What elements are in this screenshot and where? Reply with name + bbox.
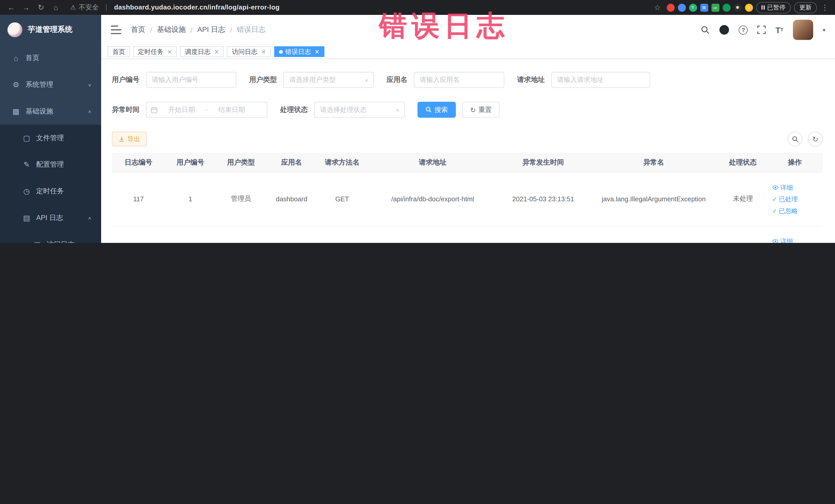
status-cell: 未处理: [719, 226, 767, 243]
extension-icon-blue[interactable]: [678, 3, 686, 11]
extension-icon-green[interactable]: Y: [689, 3, 697, 11]
url-text[interactable]: dashboard.yudao.iocoder.cn/infra/log/api…: [114, 4, 280, 11]
search-icon: [792, 136, 798, 142]
check-icon: ✓: [772, 193, 777, 205]
col-user-id: 用户编号: [165, 153, 216, 172]
infrastructure-submenu: ▢ 文件管理 ✎ 配置管理 ◷ 定时任务 ▤ API 日志 ∧: [0, 124, 101, 243]
status-cell: 未处理: [719, 172, 767, 226]
start-date-input[interactable]: [161, 105, 203, 114]
divider: [106, 4, 106, 11]
security-label: 不安全: [79, 3, 99, 12]
calendar-icon: [151, 106, 158, 113]
processed-link[interactable]: ✓已处理: [769, 193, 821, 205]
pause-icon: [761, 5, 765, 10]
help-icon[interactable]: ?: [739, 25, 748, 35]
hide-search-button[interactable]: [788, 132, 802, 146]
update-button[interactable]: 更新: [794, 2, 817, 13]
sidebar-item-access-logs[interactable]: ▤ 访问日志: [0, 231, 101, 243]
sidebar-item-infrastructure[interactable]: ▦ 基础设施 ∧: [0, 98, 101, 125]
refresh-table-button[interactable]: ↻: [808, 132, 823, 146]
reload-icon[interactable]: ↻: [35, 2, 47, 13]
sidebar-item-system[interactable]: ⚙ 系统管理 ∨: [0, 72, 101, 98]
browser-menu-icon[interactable]: ⋮: [820, 3, 830, 12]
error-log-table: 日志编号 用户编号 用户类型 应用名 请求方法名 请求地址 异常发生时间 异常名…: [112, 153, 823, 243]
detail-link[interactable]: 详细: [769, 235, 821, 243]
user-type-select[interactable]: 请选择用户类型 ∨: [283, 72, 374, 88]
sidebar-item-api-logs[interactable]: ▤ API 日志 ∧: [0, 205, 101, 231]
table-row: 116 1 管理员 dashboard GET /api/infra/db-do…: [112, 226, 823, 243]
search-icon: [426, 106, 432, 113]
sidebar-item-scheduled-tasks[interactable]: ◷ 定时任务: [0, 178, 101, 205]
extension-icon-red[interactable]: [666, 3, 674, 11]
logo[interactable]: 芋道管理系统: [0, 15, 101, 45]
process-status-label: 处理状态: [280, 105, 308, 115]
filter-row-1: 用户编号 用户类型 请选择用户类型 ∨ 应用名: [112, 72, 823, 88]
tab-access-logs[interactable]: 访问日志 ✕: [227, 46, 271, 57]
breadcrumb-error-logs: 错误日志: [237, 25, 266, 35]
ignored-link[interactable]: ✓已忽略: [769, 205, 821, 217]
close-icon[interactable]: ✕: [314, 48, 319, 55]
back-icon[interactable]: ←: [5, 2, 17, 13]
gear-icon: ⚙: [12, 80, 20, 89]
user-id-input[interactable]: [146, 72, 237, 88]
request-url-input[interactable]: [551, 72, 650, 88]
main-area: 首页 / 基础设施 / API 日志 / 错误日志 ?: [101, 15, 835, 243]
browser-window: ← → ↻ ⌂ ⚠ 不安全 dashboard.yudao.iocoder.cn…: [0, 0, 835, 243]
forward-icon[interactable]: →: [20, 2, 32, 13]
folder-icon: ▢: [22, 134, 31, 142]
search-button[interactable]: 搜索: [418, 102, 456, 118]
table-header-row: 日志编号 用户编号 用户类型 应用名 请求方法名 请求地址 异常发生时间 异常名…: [112, 153, 823, 172]
eye-icon: [772, 184, 778, 190]
detail-link[interactable]: 详细: [769, 181, 821, 193]
refresh-icon: ↻: [470, 106, 476, 114]
extension-icon-leaf[interactable]: [722, 3, 730, 11]
tab-home[interactable]: 首页: [107, 46, 130, 57]
logo-image: [7, 22, 22, 37]
profile-avatar-icon[interactable]: ☺: [745, 3, 753, 11]
collapse-menu-icon[interactable]: [111, 26, 121, 34]
github-icon[interactable]: [719, 25, 729, 35]
col-app-name: 应用名: [266, 153, 317, 172]
exception-time-range-picker[interactable]: -: [146, 102, 267, 118]
clock-icon: ◷: [22, 187, 31, 195]
tab-error-logs[interactable]: 错误日志 ✕: [274, 46, 324, 57]
app-name-input[interactable]: [414, 72, 504, 88]
table-row: 117 1 管理员 dashboard GET /api/infra/db-do…: [112, 172, 823, 226]
end-date-input[interactable]: [211, 105, 252, 114]
breadcrumb-infrastructure[interactable]: 基础设施: [157, 25, 186, 35]
chevron-up-icon: ∧: [88, 109, 91, 114]
paused-badge[interactable]: 已暂停: [756, 2, 791, 13]
tab-dispatch-logs[interactable]: 调度日志 ✕: [180, 46, 224, 57]
fullscreen-icon[interactable]: [757, 26, 766, 34]
user-avatar[interactable]: [793, 20, 813, 40]
breadcrumb-api-logs[interactable]: API 日志: [197, 25, 225, 35]
font-size-icon[interactable]: TT: [775, 25, 783, 35]
extension-icon-grid[interactable]: ⊞: [700, 3, 708, 11]
download-icon: [119, 136, 125, 142]
export-button[interactable]: 导出: [112, 132, 147, 146]
sidebar-item-config-management[interactable]: ✎ 配置管理: [0, 151, 101, 178]
request-url-label: 请求地址: [517, 75, 545, 85]
extension-icon-dark[interactable]: ✱: [734, 3, 741, 11]
close-icon[interactable]: ✕: [261, 48, 266, 55]
col-request-url: 请求地址: [367, 153, 498, 172]
exception-time-label: 异常时间: [112, 105, 140, 115]
tab-scheduled-tasks[interactable]: 定时任务 ✕: [133, 46, 177, 57]
sidebar-item-home[interactable]: ⌂ 首页: [0, 45, 101, 72]
col-method: 请求方法名: [317, 153, 367, 172]
sidebar-item-file-management[interactable]: ▢ 文件管理: [0, 124, 101, 151]
bookmark-star-icon[interactable]: ☆: [651, 2, 663, 13]
reset-button[interactable]: ↻ 重置: [462, 102, 500, 118]
extension-icon-on[interactable]: on: [711, 3, 719, 11]
process-status-select[interactable]: 请选择处理状态 ∨: [314, 102, 405, 118]
app-title: 芋道管理系统: [28, 25, 73, 35]
home-icon[interactable]: ⌂: [50, 2, 62, 13]
close-icon[interactable]: ✕: [214, 48, 219, 55]
breadcrumb-home[interactable]: 首页: [131, 25, 145, 35]
home-icon: ⌂: [12, 54, 20, 62]
chevron-up-icon: ∧: [88, 216, 91, 220]
search-icon[interactable]: [701, 25, 710, 35]
avatar-caret-icon[interactable]: ▾: [823, 27, 825, 33]
security-indicator[interactable]: ⚠ 不安全: [70, 3, 99, 12]
close-icon[interactable]: ✕: [167, 48, 172, 55]
